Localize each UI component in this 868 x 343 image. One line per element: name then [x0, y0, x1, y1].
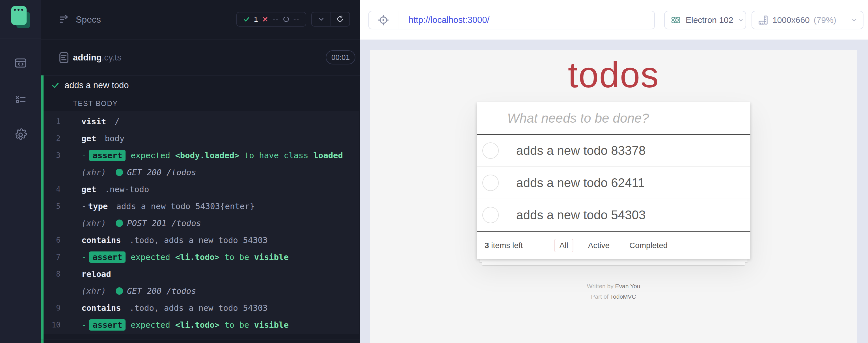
command-number: 9	[43, 304, 67, 312]
credit-prefix: Part of	[591, 293, 610, 300]
command-number: 10	[43, 321, 67, 329]
assert-row[interactable]: 7 -assertexpected <li.todo> to be visibl…	[43, 249, 359, 266]
command-row[interactable]: 1 visit/	[43, 113, 359, 130]
viewport-zoom: (79%)	[814, 15, 836, 25]
todo-label[interactable]: adds a new todo 83378	[516, 143, 646, 158]
command-number: 2	[43, 134, 67, 143]
command-row[interactable]: 2 getbody	[43, 130, 359, 147]
cypress-runner: Specs 1 -- --	[0, 0, 868, 343]
command-number: 8	[43, 270, 67, 278]
selector-playground-button[interactable]	[369, 11, 398, 29]
reporter-bottom-divider	[41, 340, 360, 340]
xhr-row[interactable]: (xhr)POST 201 /todos	[43, 215, 359, 232]
xhr-success-dot-icon	[116, 219, 123, 227]
runs-checklist-icon[interactable]	[14, 93, 27, 106]
todo-filters: All Active Completed	[554, 239, 673, 252]
spec-file-base: adding	[73, 53, 102, 63]
child-command-dash: -	[82, 201, 86, 211]
spec-file-row: adding.cy.ts 00:01	[41, 40, 360, 75]
command-row[interactable]: 5 -typeadds a new todo 54303{enter}	[43, 198, 359, 215]
url-input[interactable]	[398, 11, 654, 29]
command-args: .new-todo	[104, 184, 149, 194]
browser-selector[interactable]: Electron 102	[664, 11, 746, 29]
assert-badge: assert	[89, 319, 126, 331]
specs-browser-icon[interactable]	[14, 57, 27, 69]
filter-active[interactable]: Active	[583, 239, 615, 252]
command-name: visit	[82, 117, 106, 126]
viewport-selector[interactable]: 1000x660 (79%)	[751, 11, 864, 29]
command-number: 4	[43, 185, 67, 194]
command-row[interactable]: 9 contains.todo, adds a new todo 54303	[43, 300, 359, 316]
chevron-down-icon	[851, 17, 857, 23]
assert-badge: assert	[89, 251, 126, 263]
url-bar	[368, 11, 655, 29]
credit-prefix: Written by	[587, 283, 615, 289]
command-number: 3	[43, 151, 67, 160]
command-args: .todo, adds a new todo 54303	[129, 303, 268, 313]
command-log: 1 visit/ 2 getbody 3 -assertexpected <bo…	[43, 111, 359, 334]
electron-browser-icon	[670, 15, 681, 26]
command-name: get	[82, 184, 96, 194]
cypress-logo[interactable]	[11, 6, 32, 29]
todo-toggle-checkbox[interactable]	[482, 142, 499, 159]
aut-url-header: Electron 102 1000x660 (79%)	[360, 0, 868, 40]
todo-label[interactable]: adds a new todo 62411	[516, 176, 645, 190]
items-left-count: 3 items left	[485, 241, 523, 250]
xhr-success-dot-icon	[116, 287, 123, 295]
filter-all[interactable]: All	[554, 239, 574, 252]
assert-row[interactable]: 3 -assertexpected <body.loaded> to have …	[43, 147, 359, 164]
assert-row[interactable]: 10 -assertexpected <li.todo> to be visib…	[43, 316, 359, 333]
rerun-tests-button[interactable]	[331, 12, 350, 26]
refresh-icon	[337, 15, 344, 23]
command-number: 1	[43, 117, 67, 126]
xhr-request: POST 201 /todos	[127, 218, 201, 228]
card-stack-layer	[479, 259, 748, 262]
aut-iframe: todos adds a new todo 83378 adds a new t…	[370, 50, 857, 343]
specs-menu-button[interactable]: Specs	[59, 14, 101, 25]
author-link[interactable]: Evan You	[615, 283, 641, 289]
xhr-request: GET 200 /todos	[127, 286, 196, 296]
spec-file-ext: .cy.ts	[102, 53, 122, 63]
cypress-logo-front	[11, 6, 27, 25]
command-number: 6	[43, 236, 67, 244]
filter-completed[interactable]: Completed	[624, 239, 673, 252]
command-number: 7	[43, 253, 67, 261]
pending-icon	[283, 16, 289, 23]
viewport-dimensions: 1000x660	[772, 15, 810, 25]
assert-dash: -	[82, 150, 86, 160]
todoapp-card: adds a new todo 83378 adds a new todo 62…	[477, 102, 750, 259]
chevron-down-icon	[738, 17, 744, 23]
todomvc-link[interactable]: TodoMVC	[610, 293, 636, 300]
assert-badge: assert	[89, 150, 126, 161]
xhr-label: (xhr)	[82, 218, 106, 228]
command-args: .todo, adds a new todo 54303	[129, 235, 268, 245]
specs-list-arrow-icon	[59, 14, 69, 25]
todo-label[interactable]: adds a new todo 54303	[516, 208, 646, 222]
spec-file-icon	[59, 52, 69, 63]
command-row[interactable]: 4 get.new-todo	[43, 181, 359, 198]
todo-toggle-checkbox[interactable]	[482, 207, 499, 223]
todo-list-item: adds a new todo 83378	[477, 135, 750, 167]
command-name: type	[88, 201, 108, 211]
xhr-request: GET 200 /todos	[127, 168, 196, 177]
xhr-label: (xhr)	[82, 168, 106, 177]
new-todo-input[interactable]	[477, 102, 750, 134]
todo-list-item: adds a new todo 62411	[477, 167, 750, 199]
todo-toggle-checkbox[interactable]	[482, 175, 499, 191]
assert-message: expected <body.loaded> to have class loa…	[131, 150, 343, 160]
command-number: 5	[43, 202, 67, 210]
assert-message: expected <li.todo> to be visible	[131, 252, 289, 262]
command-name: reload	[82, 269, 111, 279]
todo-list-item: adds a new todo 54303	[477, 199, 750, 231]
command-row[interactable]: 6 contains.todo, adds a new todo 54303	[43, 232, 359, 249]
command-row[interactable]: 8 reload	[43, 266, 359, 282]
settings-gear-icon[interactable]	[14, 128, 27, 141]
spec-file-name: adding.cy.ts	[73, 53, 122, 63]
xhr-row[interactable]: (xhr)GET 200 /todos	[43, 164, 359, 181]
failed-x-icon	[262, 16, 269, 23]
test-title-row[interactable]: adds a new todo	[52, 80, 129, 91]
xhr-success-dot-icon	[116, 169, 123, 176]
crosshair-target-icon	[377, 14, 389, 26]
collapse-all-button[interactable]	[312, 12, 331, 26]
xhr-row[interactable]: (xhr)GET 200 /todos	[43, 282, 359, 300]
